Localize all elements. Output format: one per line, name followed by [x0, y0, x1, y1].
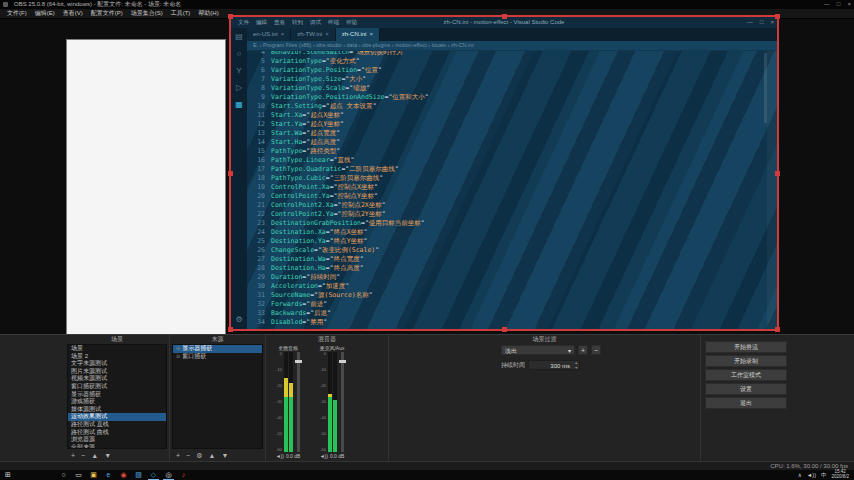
start-recording-button[interactable]: 开始录制 — [705, 355, 787, 367]
tray-clock[interactable]: 15:42 2020/8/2 — [831, 470, 849, 480]
volume-fader[interactable] — [341, 352, 344, 452]
chrome-icon[interactable]: ◉ — [116, 470, 131, 480]
settings-gear-icon[interactable]: ⚙ — [231, 315, 247, 325]
obs-close-icon[interactable]: × — [847, 0, 851, 9]
fader-knob[interactable] — [339, 360, 346, 363]
resize-handle-bottom-right[interactable] — [775, 327, 780, 332]
volume-icon[interactable]: ◄)) — [807, 472, 816, 478]
scenes-list[interactable]: 场景场景 2文字来源测试图片来源测试视频来源测试窗口捕获测试显示器捕获游戏捕获媒… — [67, 344, 167, 449]
remove-scene-button[interactable]: − — [81, 450, 85, 461]
explorer-icon[interactable]: ▤ — [231, 32, 247, 42]
move-scene-down-button[interactable]: ▼ — [104, 450, 111, 461]
remove-transition-button[interactable]: − — [591, 345, 601, 355]
editor-tab-2[interactable]: zh-CN.ini× — [336, 28, 380, 41]
vscode-menu-item-1[interactable]: 编辑 — [253, 17, 270, 28]
move-scene-up-button[interactable]: ▲ — [91, 450, 98, 461]
duration-spinner[interactable]: ▲▼ — [575, 361, 578, 370]
source-list-item[interactable]: ⊙窗口捕获 — [173, 353, 262, 361]
tab-close-icon[interactable]: × — [369, 28, 373, 41]
duration-input[interactable]: 300 ms ▲▼ — [528, 360, 580, 370]
add-source-button[interactable]: + — [176, 450, 180, 461]
captured-white-window[interactable] — [66, 39, 226, 349]
scene-list-item[interactable]: 显示器捕获 — [68, 391, 166, 399]
scene-list-item[interactable]: 浏览器源 — [68, 436, 166, 444]
vscode-minimize-icon[interactable]: — — [747, 18, 753, 27]
obs-menu-item-2[interactable]: 查看(V) — [59, 9, 87, 18]
source-properties-button[interactable]: ⚙ — [196, 450, 202, 461]
resize-handle-bottom-left[interactable] — [228, 327, 233, 332]
visibility-eye-icon[interactable]: ⊙ — [176, 353, 180, 361]
scene-list-item[interactable]: 场景 2 — [68, 353, 166, 361]
resize-handle-bottom-mid[interactable] — [502, 327, 507, 332]
obs-maximize-icon[interactable]: □ — [837, 0, 841, 9]
resize-handle-top-left[interactable] — [228, 14, 233, 19]
resize-handle-top-mid[interactable] — [502, 14, 507, 19]
sources-list[interactable]: ⊙显示器捕获⊙窗口捕获 — [172, 344, 263, 449]
vscode-menu-item-2[interactable]: 查看 — [271, 17, 288, 28]
minimap[interactable] — [767, 51, 777, 329]
tab-close-icon[interactable]: × — [281, 28, 285, 41]
vscode-menu-item-0[interactable]: 文件 — [235, 17, 252, 28]
obs-menu-item-6[interactable]: 帮助(H) — [194, 9, 222, 18]
scene-list-item[interactable]: 图片来源测试 — [68, 368, 166, 376]
vscode-icon[interactable]: ◇ — [146, 470, 161, 480]
speaker-icon[interactable]: ◄)) — [276, 453, 284, 459]
vscode-menu-item-4[interactable]: 调试 — [307, 17, 324, 28]
resize-handle-mid-left[interactable] — [228, 171, 233, 176]
source-control-icon[interactable]: Y — [231, 66, 247, 76]
scene-list-item[interactable]: 路径测试 曲线 — [68, 429, 166, 437]
capture-selection-region[interactable]: 文件编辑查看转到调试终端帮助 zh-CN.ini - motion-effect… — [229, 15, 779, 331]
settings-button[interactable]: 设置 — [705, 383, 787, 395]
code-editor[interactable]: 4Behavior.SceneSwitch="场景切换时行为"5Variatio… — [247, 51, 777, 329]
add-scene-button[interactable]: + — [71, 450, 75, 461]
resize-handle-top-right[interactable] — [775, 14, 780, 19]
vscode-close-icon[interactable]: × — [770, 18, 774, 27]
obs-icon[interactable]: ◎ — [161, 470, 176, 480]
tab-close-icon[interactable]: × — [325, 28, 329, 41]
search-icon[interactable]: ○ — [231, 49, 247, 59]
task-view-icon[interactable]: ▭ — [71, 470, 86, 480]
remove-source-button[interactable]: − — [186, 450, 190, 461]
editor-tab-0[interactable]: en-US.ini× — [247, 28, 291, 41]
editor-tab-1[interactable]: zh-TW.ini× — [291, 28, 336, 41]
vscode-menu-item-3[interactable]: 转到 — [289, 17, 306, 28]
vscode-maximize-icon[interactable]: □ — [760, 18, 764, 27]
source-list-item[interactable]: ⊙显示器捕获 — [173, 345, 262, 353]
fader-knob[interactable] — [295, 360, 302, 363]
scene-list-item[interactable]: 文字来源测试 — [68, 360, 166, 368]
studio-mode-button[interactable]: 工作室模式 — [705, 369, 787, 381]
obs-menu-item-1[interactable]: 编辑(E) — [31, 9, 59, 18]
scene-list-item[interactable]: 路径测试 直线 — [68, 421, 166, 429]
obs-menu-item-0[interactable]: 文件(F) — [3, 9, 31, 18]
scene-list-item[interactable]: 场景 — [68, 345, 166, 353]
resize-handle-mid-right[interactable] — [775, 171, 780, 176]
add-transition-button[interactable]: + — [578, 345, 588, 355]
tray-up-icon[interactable]: ∧ — [798, 472, 802, 478]
scene-list-item[interactable]: 媒体源测试 — [68, 406, 166, 414]
obs-minimize-icon[interactable]: — — [824, 0, 830, 9]
file-explorer-icon[interactable]: ▣ — [86, 470, 101, 480]
scene-list-item[interactable]: 视频来源测试 — [68, 375, 166, 383]
exit-button[interactable]: 退出 — [705, 397, 787, 409]
speaker-icon[interactable]: ◄)) — [320, 453, 328, 459]
start-streaming-button[interactable]: 开始推流 — [705, 341, 787, 353]
debug-icon[interactable]: ▷ — [231, 83, 247, 93]
transition-select[interactable]: 淡出 ▾ — [501, 345, 575, 355]
start-button[interactable]: ⊞ — [0, 470, 16, 480]
photos-icon[interactable]: ▨ — [131, 470, 146, 480]
scene-list-item[interactable]: 运动效果测试 — [68, 413, 166, 421]
editor-scrollbar[interactable] — [764, 53, 767, 123]
scene-list-item[interactable]: 游戏捕获 — [68, 398, 166, 406]
vscode-menu-item-5[interactable]: 终端 — [325, 17, 342, 28]
scene-list-item[interactable]: 窗口捕获测试 — [68, 383, 166, 391]
music-icon[interactable]: ♪ — [176, 470, 191, 480]
search-icon[interactable]: ○ — [56, 470, 71, 480]
edge-icon[interactable]: e — [101, 470, 116, 480]
move-source-up-button[interactable]: ▲ — [208, 450, 215, 461]
obs-menu-item-3[interactable]: 配置文件(P) — [87, 9, 127, 18]
ime-indicator[interactable]: 中 — [821, 472, 827, 479]
volume-fader[interactable] — [297, 352, 300, 452]
obs-menu-item-5[interactable]: 工具(T) — [167, 9, 195, 18]
vscode-menu-item-6[interactable]: 帮助 — [343, 17, 360, 28]
obs-menu-item-4[interactable]: 场景集合(S) — [127, 9, 167, 18]
